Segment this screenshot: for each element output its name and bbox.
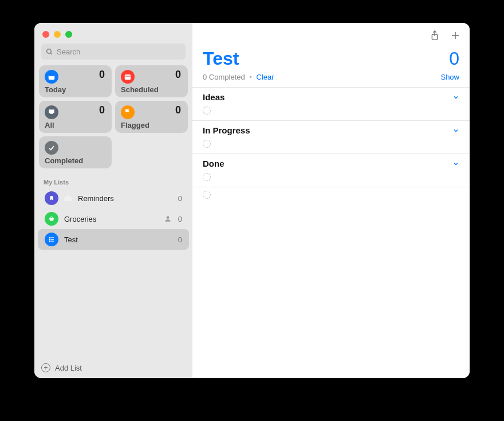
add-list-label: Add List bbox=[55, 364, 82, 372]
chevron-down-icon bbox=[452, 160, 459, 167]
list-name: Groceries bbox=[64, 215, 158, 223]
checkmark-icon bbox=[45, 141, 58, 155]
list-total-count: 0 bbox=[449, 48, 459, 69]
chevron-down-icon bbox=[452, 127, 459, 134]
sidebar: 0 Today 0 Scheduled 0 All bbox=[34, 23, 192, 378]
new-reminder-row[interactable] bbox=[192, 103, 470, 120]
list-row-test[interactable]: Test 0 bbox=[38, 229, 189, 250]
smart-count: 0 bbox=[175, 69, 181, 81]
list-row-groceries[interactable]: Groceries 0 bbox=[38, 208, 189, 229]
list-title: Test bbox=[203, 48, 239, 69]
main-panel: Test 0 0 Completed • Clear Show Ideas bbox=[192, 23, 470, 378]
smart-list-completed[interactable]: Completed bbox=[39, 136, 112, 168]
new-reminder-row[interactable] bbox=[192, 187, 470, 204]
list-count: 0 bbox=[178, 194, 182, 203]
close-window-button[interactable] bbox=[42, 31, 49, 38]
shared-icon bbox=[163, 214, 172, 223]
smart-label: Today bbox=[45, 85, 66, 94]
smart-list-flagged[interactable]: 0 Flagged bbox=[115, 101, 188, 133]
list-name: Reminders bbox=[78, 194, 172, 203]
flag-icon bbox=[121, 105, 135, 119]
list-count: 0 bbox=[178, 215, 182, 223]
section-header[interactable]: Ideas bbox=[192, 88, 470, 103]
section-ideas: Ideas bbox=[192, 87, 470, 120]
completed-info: 0 Completed • Clear bbox=[203, 73, 274, 81]
section-in-progress: In Progress bbox=[192, 120, 470, 154]
list-row-reminders[interactable]: Reminders 0 bbox=[38, 188, 189, 208]
calendar-icon bbox=[121, 70, 135, 84]
clear-completed-button[interactable]: Clear bbox=[257, 73, 274, 81]
calendar-today-icon bbox=[45, 70, 58, 84]
smart-label: All bbox=[45, 121, 54, 129]
empty-checkbox-icon[interactable] bbox=[203, 140, 211, 148]
minimize-window-button[interactable] bbox=[54, 31, 61, 38]
svg-point-9 bbox=[49, 239, 50, 240]
list-count: 0 bbox=[178, 235, 182, 244]
smart-lists: 0 Today 0 Scheduled 0 All bbox=[34, 63, 192, 171]
svg-point-6 bbox=[166, 216, 169, 219]
section-done: Done bbox=[192, 154, 470, 187]
smart-label: Completed bbox=[45, 156, 83, 165]
list-name: Test bbox=[64, 235, 172, 244]
section-header[interactable]: In Progress bbox=[192, 121, 470, 136]
chevron-down-icon bbox=[452, 94, 459, 101]
svg-point-0 bbox=[47, 49, 52, 53]
smart-list-today[interactable]: 0 Today bbox=[39, 65, 112, 97]
window-controls bbox=[34, 23, 192, 38]
cloud-icon bbox=[64, 195, 72, 201]
section-header[interactable]: Done bbox=[192, 154, 470, 170]
basket-icon bbox=[45, 212, 58, 226]
smart-list-scheduled[interactable]: 0 Scheduled bbox=[115, 65, 188, 97]
empty-checkbox-icon[interactable] bbox=[203, 107, 211, 115]
smart-count: 0 bbox=[99, 104, 105, 116]
smart-count: 0 bbox=[99, 69, 105, 81]
search-field[interactable] bbox=[41, 44, 186, 60]
toolbar bbox=[192, 23, 470, 48]
list-bullet-icon bbox=[45, 233, 58, 246]
smart-count: 0 bbox=[175, 104, 181, 116]
svg-line-1 bbox=[50, 53, 52, 54]
my-lists-header: My Lists bbox=[34, 171, 192, 188]
empty-checkbox-icon[interactable] bbox=[203, 173, 211, 181]
bookmark-icon bbox=[45, 191, 58, 205]
reminders-window: 0 Today 0 Scheduled 0 All bbox=[34, 23, 470, 378]
svg-point-11 bbox=[49, 241, 50, 242]
section-title: Done bbox=[203, 159, 225, 168]
new-reminder-row[interactable] bbox=[192, 170, 470, 187]
search-icon bbox=[46, 48, 53, 56]
svg-point-7 bbox=[49, 237, 50, 238]
section-title: Ideas bbox=[203, 92, 225, 102]
section-title: In Progress bbox=[203, 125, 250, 135]
show-completed-button[interactable]: Show bbox=[440, 73, 459, 81]
smart-list-all[interactable]: 0 All bbox=[39, 101, 112, 133]
plus-circle-icon: + bbox=[41, 363, 50, 372]
empty-checkbox-icon[interactable] bbox=[203, 191, 211, 199]
unsectioned-area bbox=[192, 187, 470, 204]
share-button[interactable] bbox=[430, 30, 440, 41]
tray-icon bbox=[45, 105, 58, 119]
smart-label: Flagged bbox=[121, 121, 149, 129]
new-reminder-row[interactable] bbox=[192, 136, 470, 154]
add-reminder-button[interactable] bbox=[450, 30, 460, 41]
smart-label: Scheduled bbox=[121, 85, 159, 94]
svg-rect-3 bbox=[49, 74, 55, 76]
svg-rect-4 bbox=[125, 74, 131, 80]
search-input[interactable] bbox=[57, 48, 181, 56]
add-list-button[interactable]: + Add List bbox=[34, 357, 192, 378]
completed-count-text: 0 Completed bbox=[203, 73, 245, 81]
maximize-window-button[interactable] bbox=[65, 31, 72, 38]
